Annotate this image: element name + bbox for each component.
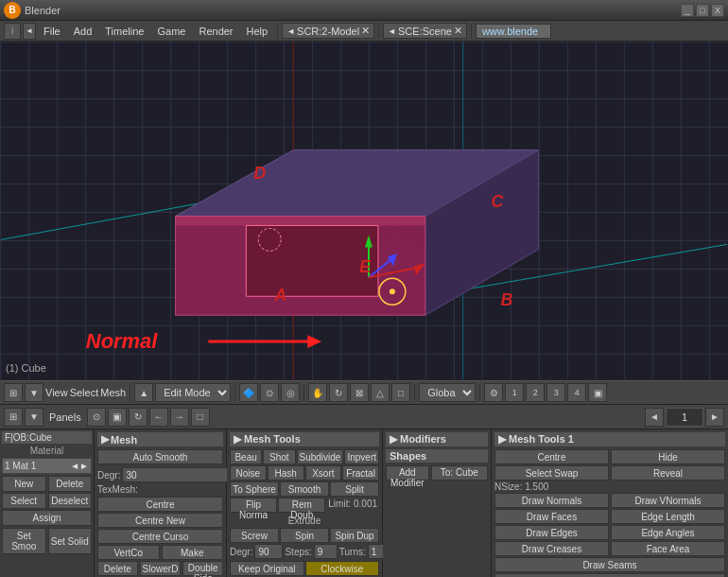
edge-length-btn[interactable]: Edge Length <box>611 509 725 524</box>
menu-game[interactable]: Game <box>151 24 191 39</box>
settings-icon[interactable]: ⚙ <box>484 383 503 402</box>
scale-icon[interactable]: ⊠ <box>350 383 369 402</box>
shot-btn[interactable]: Shot <box>263 449 295 464</box>
menu-arrow-left[interactable]: ◄ <box>23 23 36 40</box>
menu-file[interactable]: File <box>38 24 66 39</box>
split-btn[interactable]: Split <box>330 481 379 497</box>
add-modifier-btn[interactable]: Add Modifier <box>386 465 429 481</box>
select-btn[interactable]: Select <box>2 493 46 509</box>
quad-icon[interactable]: □ <box>391 383 410 402</box>
render-btn[interactable]: ▣ <box>588 383 607 402</box>
3d-viewport[interactable]: D C E A B Normal (1) Cube <box>0 42 728 380</box>
grab-icon[interactable]: ✋ <box>308 383 327 402</box>
panels-btn6[interactable]: □ <box>191 408 210 427</box>
panels-btn2[interactable]: ▣ <box>108 408 127 427</box>
screen-arrow-left[interactable]: ◄ <box>286 26 295 36</box>
beau-btn[interactable]: Beau <box>230 449 262 464</box>
viewport-type-btn[interactable]: ⊞ <box>4 383 23 402</box>
centre-cursor-btn[interactable]: Centre Curso <box>97 529 223 544</box>
hash-btn[interactable]: Hash <box>268 465 304 481</box>
panels-arrow[interactable]: ▼ <box>25 408 43 427</box>
frame-next[interactable]: ► <box>705 408 724 427</box>
deselect-btn[interactable]: Deselect <box>48 493 93 509</box>
panels-btn1[interactable]: ⊙ <box>87 408 106 427</box>
scene-arrow-left[interactable]: ◄ <box>388 26 396 36</box>
frame-prev[interactable]: ◄ <box>645 408 664 427</box>
scene-selector[interactable]: ◄ SCE:Scene ✕ <box>383 23 467 39</box>
spin-btn[interactable]: Spin <box>280 528 329 543</box>
arrow-btn[interactable]: ▼ <box>25 383 43 402</box>
reveal-btn[interactable]: Reveal <box>611 465 725 481</box>
set-solid-btn[interactable]: Set Solid <box>48 528 93 554</box>
screw-btn[interactable]: Screw <box>230 528 279 543</box>
screen-selector[interactable]: ◄ SCR:2-Model ✕ <box>282 23 374 39</box>
steps-input[interactable] <box>314 544 338 559</box>
layer2[interactable]: 2 <box>526 383 545 402</box>
global-selector[interactable]: Global <box>419 383 476 402</box>
centre-new-btn[interactable]: Centre New <box>97 513 223 528</box>
menu-render[interactable]: Render <box>193 24 238 39</box>
layer4[interactable]: 4 <box>567 383 586 402</box>
prop-icon[interactable]: ◎ <box>281 383 300 402</box>
panels-btn3[interactable]: ↻ <box>129 408 147 427</box>
face-area-btn[interactable]: Face Area <box>611 541 725 556</box>
tri-icon[interactable]: △ <box>371 383 390 402</box>
rem-doub-btn[interactable]: Rem Doub <box>278 498 325 513</box>
auto-smooth-btn[interactable]: Auto Smooth <box>97 449 223 464</box>
layer1[interactable]: 1 <box>505 383 524 402</box>
mat-arrows[interactable]: ◄► <box>70 461 89 471</box>
subdivide-btn[interactable]: Subdivide <box>297 449 344 464</box>
keep-original-btn[interactable]: Keep Original <box>230 561 304 576</box>
menu-add[interactable]: Add <box>68 24 98 39</box>
panels-btn5[interactable]: → <box>170 408 189 427</box>
draw-seams-btn[interactable]: Draw Seams <box>494 557 725 572</box>
maximize-button[interactable]: □ <box>696 4 709 17</box>
scene-close[interactable]: ✕ <box>454 25 462 37</box>
menu-help[interactable]: Help <box>241 24 274 39</box>
minimize-button[interactable]: _ <box>681 4 694 17</box>
spin-dup-btn[interactable]: Spin Dup <box>330 528 379 543</box>
panels-type-btn[interactable]: ⊞ <box>4 408 23 427</box>
clockwise-btn[interactable]: Clockwise <box>305 561 380 576</box>
view-menu[interactable]: View <box>45 387 68 398</box>
to-sphere-btn[interactable]: To Sphere <box>230 481 279 497</box>
draw-normals-btn[interactable]: Draw Normals <box>494 493 609 508</box>
snap-icon[interactable]: ⊙ <box>260 383 279 402</box>
centre-t-btn[interactable]: Centre <box>494 449 609 464</box>
layer3[interactable]: 3 <box>546 383 565 402</box>
draw-faces-btn[interactable]: Draw Faces <box>494 509 609 524</box>
all-edges-btn[interactable]: All Edges <box>494 573 725 577</box>
mode-selector[interactable]: Edit Mode <box>155 383 231 402</box>
draw-edges-btn[interactable]: Draw Edges <box>494 525 609 540</box>
flip-norma-btn[interactable]: Flip Norma <box>230 498 277 513</box>
hide-btn[interactable]: Hide <box>611 449 725 464</box>
draw-creases-btn[interactable]: Draw Creases <box>494 541 609 556</box>
xsort-btn[interactable]: Xsort <box>305 465 342 481</box>
delete-btn[interactable]: Delete <box>97 561 138 576</box>
mesh-menu[interactable]: Mesh <box>100 387 126 398</box>
edge-angles-btn[interactable]: Edge Angles <box>611 525 725 540</box>
fractal-btn[interactable]: Fractal <box>342 465 379 481</box>
rotate-icon[interactable]: ↻ <box>329 383 348 402</box>
new-material-btn[interactable]: New <box>2 476 46 492</box>
vertco-btn[interactable]: VertCo <box>97 545 160 560</box>
smooth-btn[interactable]: Smooth <box>280 481 329 497</box>
degr-input2[interactable] <box>254 544 283 559</box>
panels-btn4[interactable]: ← <box>149 408 168 427</box>
noise-btn[interactable]: Noise <box>230 465 267 481</box>
close-button[interactable]: X <box>711 4 724 17</box>
edit-mode-icon[interactable]: ▲ <box>134 383 153 402</box>
select-swap-btn[interactable]: Select Swap <box>494 465 609 481</box>
delete-material-btn[interactable]: Delete <box>48 476 93 492</box>
slower-btn[interactable]: SlowerD <box>140 561 182 576</box>
menu-timeline[interactable]: Timeline <box>99 24 149 39</box>
inpvert-btn[interactable]: Inpvert <box>344 449 379 464</box>
draw-vnormals-btn[interactable]: Draw VNormals <box>611 493 725 508</box>
screen-close[interactable]: ✕ <box>361 25 370 37</box>
assign-btn[interactable]: Assign <box>2 510 92 526</box>
select-menu[interactable]: Select <box>70 387 99 398</box>
double-side-btn[interactable]: Double Side <box>182 561 223 576</box>
frame-input[interactable] <box>666 408 703 427</box>
mesh-icon[interactable]: 🔷 <box>239 383 258 402</box>
set-smooth-btn[interactable]: Set Smoo <box>2 528 46 554</box>
